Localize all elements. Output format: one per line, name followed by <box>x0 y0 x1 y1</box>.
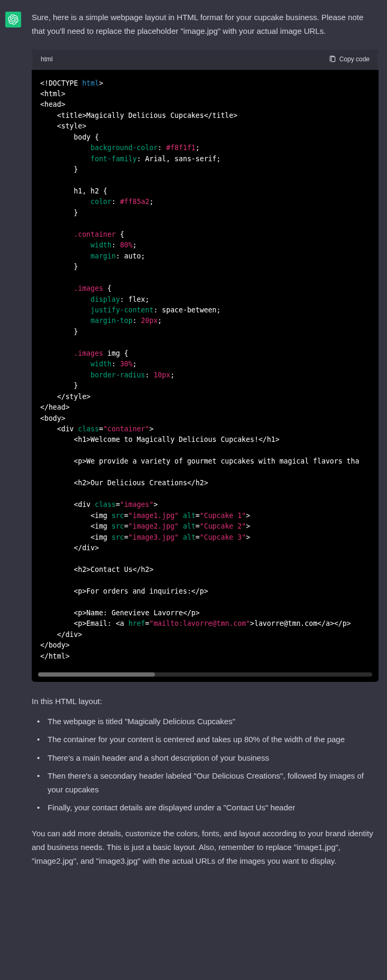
code-block: html Copy code <!DOCTYPE html> <html> <h… <box>32 49 379 682</box>
intro-paragraph: Sure, here is a simple webpage layout in… <box>32 11 379 39</box>
svg-rect-0 <box>331 57 335 61</box>
copy-code-label: Copy code <box>339 54 370 65</box>
horizontal-scrollbar[interactable] <box>38 672 372 677</box>
list-item: There's a main header and a short descri… <box>41 751 379 765</box>
outro-paragraph: You can add more details, customize the … <box>32 827 379 868</box>
code-language-label: html <box>41 54 53 65</box>
copy-code-button[interactable]: Copy code <box>329 54 370 65</box>
clipboard-icon <box>329 56 336 63</box>
outro-heading: In this HTML layout: <box>32 695 379 708</box>
assistant-message: Sure, here is a simple webpage layout in… <box>0 11 387 868</box>
explanation-list: The webpage is titled "Magically Delicio… <box>32 715 379 815</box>
list-item: Finally, your contact details are displa… <box>41 801 379 815</box>
scrollbar-thumb[interactable] <box>38 672 155 677</box>
openai-logo-icon <box>8 14 19 25</box>
code-body[interactable]: <!DOCTYPE html> <html> <head> <title>Mag… <box>32 70 379 670</box>
list-item: The webpage is titled "Magically Delicio… <box>41 715 379 728</box>
assistant-avatar <box>5 12 21 27</box>
list-item: The container for your content is center… <box>41 733 379 746</box>
code-content: <!DOCTYPE html> <html> <head> <title>Mag… <box>40 78 370 662</box>
message-content: Sure, here is a simple webpage layout in… <box>32 11 379 868</box>
list-item: Then there's a secondary header labeled … <box>41 769 379 797</box>
code-block-header: html Copy code <box>32 49 379 70</box>
